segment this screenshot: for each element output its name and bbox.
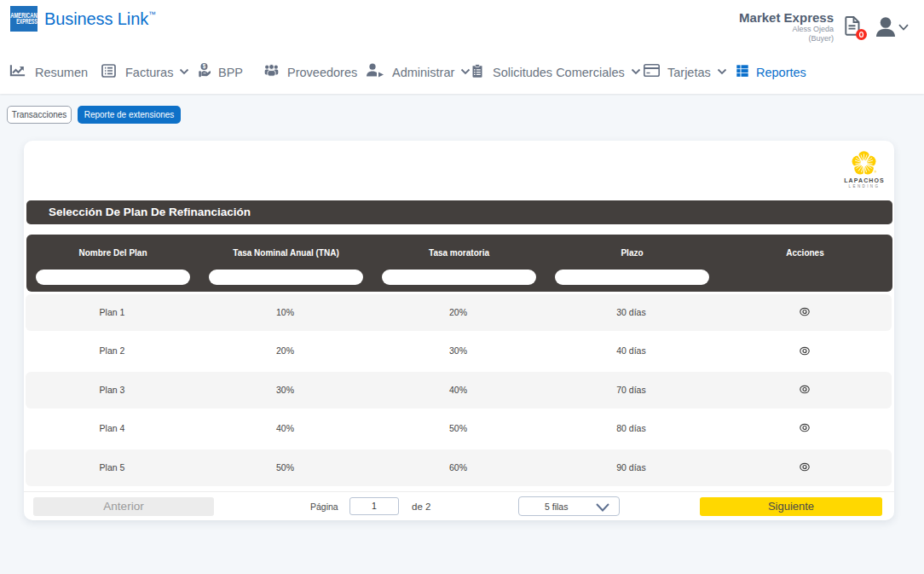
svg-text:$: $ <box>203 63 206 70</box>
svg-text:EXPRESS: EXPRESS <box>16 17 38 26</box>
